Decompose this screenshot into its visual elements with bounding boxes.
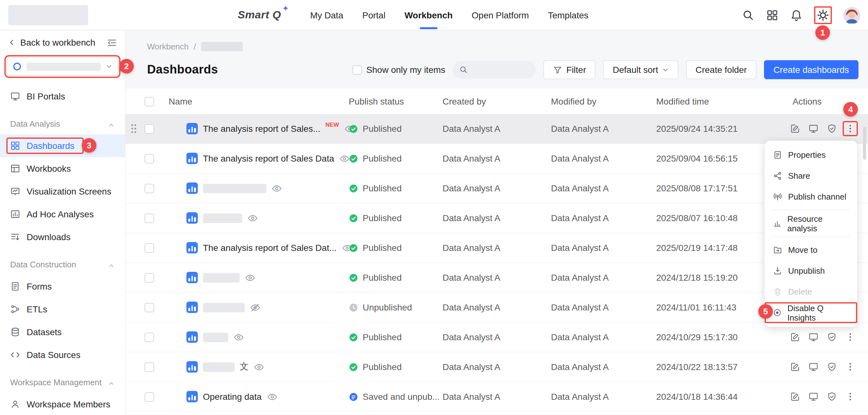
sidebar-item-dashboards[interactable]: Dashboards (0, 134, 125, 157)
nav-item-workbench[interactable]: Workbench (405, 0, 453, 30)
chevron-up-icon (108, 122, 115, 129)
breadcrumb-workbench[interactable]: Workbench (147, 41, 189, 51)
sidebar-item-bi-portals[interactable]: BI Portals (0, 85, 125, 108)
eye-icon[interactable] (271, 183, 282, 194)
nav-item-templates[interactable]: Templates (548, 0, 588, 30)
sidebar-item-workbooks[interactable]: Workbooks (0, 157, 125, 180)
menu-item-move-to[interactable]: Move to (765, 240, 857, 260)
sidebar-item-workspace-members[interactable]: Workspace Members (0, 393, 125, 415)
search-input[interactable] (453, 61, 536, 78)
nav-item-open-platform[interactable]: Open Platform (472, 0, 529, 30)
more-actions-icon[interactable] (845, 124, 855, 134)
eye-icon[interactable] (339, 153, 350, 164)
menu-item-properties[interactable]: Properties (765, 145, 857, 165)
show-only-my-items[interactable]: Show only my items (352, 65, 445, 75)
table-row[interactable]: The analysis report of Sales... NEW Publ… (126, 114, 868, 144)
header-modified-time: Modified time (656, 89, 709, 114)
select-all-checkbox[interactable] (145, 97, 154, 106)
row-name[interactable]: The analysis report of Sales Data (203, 153, 334, 163)
display-icon[interactable] (808, 362, 818, 372)
create-dashboards-button[interactable]: Create dashboards (764, 60, 859, 79)
edit-icon[interactable] (790, 391, 800, 402)
nav-item-my-data[interactable]: My Data (310, 0, 343, 30)
row-checkbox[interactable] (145, 184, 154, 193)
table-row[interactable]: Published Data Analyst A Data Analyst A … (126, 263, 868, 293)
title-row: Dashboards Show only my items Filter Def… (147, 60, 859, 80)
eye-icon[interactable] (233, 332, 244, 343)
edit-icon[interactable] (790, 332, 800, 342)
eye-off-icon[interactable] (250, 302, 260, 313)
sidebar-item-datasets[interactable]: Datasets (0, 321, 125, 343)
sidebar-section-data-construction[interactable]: Data Construction (0, 248, 125, 275)
sidebar-item-forms[interactable]: Forms (0, 275, 125, 298)
dashboard-type-icon (186, 301, 198, 313)
table-row[interactable]: Published Data Analyst A Data Analyst A … (126, 203, 868, 233)
menu-item-resource-analysis[interactable]: Resource analysis (765, 213, 857, 234)
menu-item-unpublish[interactable]: Unpublish (765, 260, 857, 281)
eye-icon[interactable] (254, 361, 265, 372)
menu-item-share[interactable]: Share (765, 165, 857, 186)
edit-icon[interactable] (790, 362, 800, 372)
sidebar-section-workspace-management[interactable]: Workspace Management (0, 366, 125, 393)
apps-grid-icon[interactable] (766, 9, 779, 22)
row-checkbox[interactable] (145, 243, 154, 253)
sidebar-item-visualization-screens[interactable]: Visualization Screens (0, 180, 125, 203)
sort-button[interactable]: Default sort (603, 60, 678, 79)
brand-logo[interactable]: Smart Q✦ (238, 9, 281, 22)
collapse-sidebar-icon[interactable] (106, 37, 117, 48)
display-icon[interactable] (808, 124, 818, 134)
scrollbar-thumb[interactable] (863, 127, 866, 160)
sidebar-item-data-sources[interactable]: Data Sources (0, 343, 125, 366)
drag-handle-icon[interactable] (131, 124, 137, 134)
row-name[interactable]: The analysis report of Sales... (203, 124, 320, 134)
row-checkbox[interactable] (145, 213, 154, 223)
search-icon[interactable] (742, 9, 754, 22)
sidebar-item-downloads[interactable]: Downloads (0, 226, 125, 248)
table-row[interactable]: The analysis report of Sales Data Publis… (126, 144, 868, 173)
notifications-bell-icon[interactable] (790, 9, 803, 22)
nav-item-portal[interactable]: Portal (362, 0, 385, 30)
menu-item-disable-q-insights[interactable]: Disable Q Insights (765, 302, 857, 323)
create-folder-button[interactable]: Create folder (686, 60, 756, 79)
eye-icon[interactable] (247, 213, 258, 223)
sidebar-item-etls[interactable]: ETLs (0, 298, 125, 321)
eye-icon[interactable] (245, 272, 255, 283)
table-row[interactable]: Published Data Analyst A Data Analyst A … (126, 173, 868, 203)
row-checkbox[interactable] (145, 392, 154, 402)
table-row[interactable]: Unpublished Data Analyst A Data Analyst … (126, 293, 868, 322)
sidebar-section-data-analysis[interactable]: Data Analysis (0, 108, 125, 134)
more-actions-icon[interactable] (845, 332, 855, 342)
more-actions-icon[interactable] (845, 391, 855, 402)
row-checkbox[interactable] (145, 154, 154, 163)
display-icon[interactable] (808, 391, 818, 402)
row-checkbox[interactable] (145, 273, 154, 282)
eye-icon[interactable] (267, 391, 277, 402)
certify-icon[interactable] (827, 124, 837, 134)
user-avatar[interactable] (843, 7, 860, 24)
table-row[interactable]: Operating data Saved and unpub... Data A… (126, 382, 868, 412)
certify-icon[interactable] (827, 391, 837, 402)
filter-button[interactable]: Filter (544, 60, 596, 79)
row-checkbox[interactable] (145, 362, 154, 372)
annotation-badge-3: 3 (82, 138, 96, 153)
back-to-workbench[interactable]: Back to workbench (0, 30, 125, 55)
show-only-checkbox[interactable] (352, 65, 362, 74)
settings-gear-icon[interactable] (817, 9, 829, 22)
table-row[interactable]: The analysis report of Sales Dat... Publ… (126, 233, 868, 263)
menu-item-publish-channel[interactable]: Publish channel (765, 186, 857, 207)
row-checkbox[interactable] (145, 332, 154, 342)
row-checkbox[interactable] (145, 302, 154, 312)
workspace-ring-icon (12, 61, 22, 72)
table-row[interactable]: 文 Published Data Analyst A Data Analyst … (126, 352, 868, 382)
certify-icon[interactable] (827, 362, 837, 372)
more-actions-icon[interactable] (845, 362, 855, 372)
workspace-selector[interactable] (6, 57, 119, 76)
row-checkbox[interactable] (145, 124, 154, 133)
table-row[interactable]: Published Data Analyst A Data Analyst A … (126, 322, 868, 352)
certify-icon[interactable] (827, 332, 837, 342)
edit-icon[interactable] (790, 124, 800, 134)
row-name[interactable]: Operating data (203, 391, 261, 402)
sidebar-item-ad-hoc-analyses[interactable]: Ad Hoc Analyses (0, 203, 125, 226)
row-name[interactable]: The analysis report of Sales Dat... (203, 243, 337, 253)
display-icon[interactable] (808, 332, 818, 342)
